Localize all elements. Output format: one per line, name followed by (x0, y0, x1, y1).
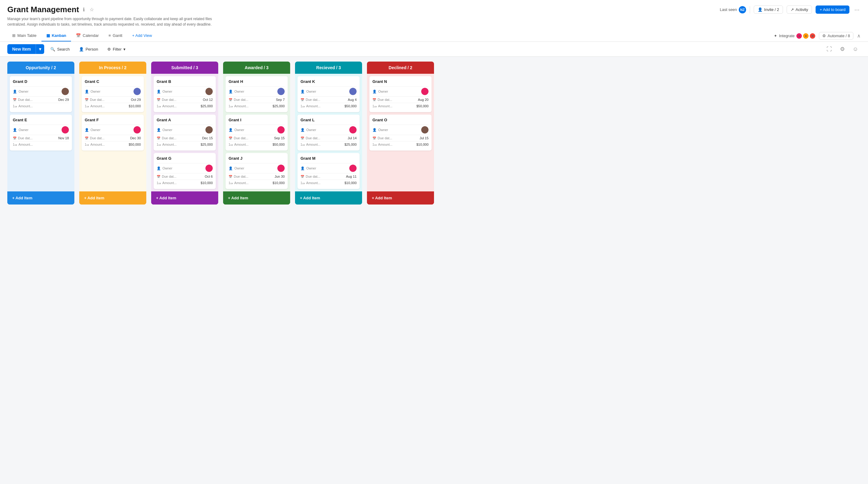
tab-gantt[interactable]: ≡ Gantt (104, 30, 127, 41)
avatar-face (349, 88, 356, 95)
integration-icon-1: ● (796, 33, 802, 39)
owner-avatar (277, 126, 285, 133)
due-label: 📅 Due dat... (228, 136, 248, 140)
due-label: 📅 Due dat... (228, 98, 248, 101)
avatar-face (62, 88, 69, 95)
card-owner-field: 👤 Owner (372, 125, 429, 135)
owner-label: 👤 Owner (301, 90, 316, 94)
card-due-field: 📅 Due dat... Sep 15 (228, 135, 285, 141)
tab-calendar[interactable]: 📅 Calendar (71, 30, 104, 41)
gantt-icon: ≡ (108, 33, 111, 38)
card-owner-field: 👤 Owner (157, 125, 213, 135)
owner-label: 👤 Owner (372, 128, 388, 132)
person-filter-button[interactable]: 👤 Person (76, 45, 101, 53)
add-item-button[interactable]: + Add Item (298, 194, 360, 202)
new-item-button[interactable]: New Item ▾ (7, 44, 44, 54)
calendar-icon: 📅 (301, 137, 304, 140)
card-due-field: 📅 Due dat... Aug 4 (301, 96, 356, 103)
amount-label: 1₂₃ Amount... (228, 181, 249, 185)
emoji-button[interactable]: ☺ (850, 45, 861, 54)
filter-button[interactable]: ⚙ Filter ▾ (104, 45, 129, 53)
add-item-button[interactable]: + Add Item (369, 194, 432, 202)
kanban-card[interactable]: Grant C 👤 Owner 📅 Due dat... Oct 29 1₂₃ … (82, 76, 144, 112)
owner-icon: 👤 (157, 90, 161, 94)
amount-value: $50,000 (344, 104, 356, 108)
card-owner-field: 👤 Owner (13, 125, 69, 135)
card-title: Grant K (301, 79, 356, 84)
kanban-card[interactable]: Grant M 👤 Owner 📅 Due dat... Aug 11 1₂₃ … (298, 153, 360, 189)
last-seen-label: Last seen (720, 7, 737, 12)
column-received: Recieved / 3Grant K 👤 Owner 📅 Due dat...… (295, 62, 362, 205)
new-item-dropdown-arrow[interactable]: ▾ (36, 44, 44, 54)
more-options-button[interactable]: ··· (853, 6, 861, 13)
card-title: Grant M (301, 156, 356, 161)
due-label: 📅 Due dat... (301, 175, 320, 178)
kanban-card[interactable]: Grant H 👤 Owner 📅 Due dat... Sep 7 1₂₃ A… (225, 76, 288, 112)
owner-label: 👤 Owner (157, 90, 172, 94)
due-label: 📅 Due dat... (157, 136, 177, 140)
kanban-card[interactable]: Grant N 👤 Owner 📅 Due dat... Aug 20 1₂₃ … (369, 76, 432, 112)
due-label: 📅 Due dat... (13, 98, 33, 101)
owner-icon: 👤 (13, 128, 17, 132)
card-amount-field: 1₂₃ Amount... $10,000 (228, 180, 285, 186)
kanban-card[interactable]: Grant O 👤 Owner 📅 Due dat... Jul 15 1₂₃ … (369, 115, 432, 151)
col-header-declined: Declined / 2 (367, 62, 434, 74)
kanban-card[interactable]: Grant L 👤 Owner 📅 Due dat... Jul 14 1₂₃ … (298, 115, 360, 151)
card-owner-field: 👤 Owner (301, 125, 356, 135)
col-body-inprocess: Grant C 👤 Owner 📅 Due dat... Oct 29 1₂₃ … (79, 74, 146, 191)
calendar-icon: 📅 (372, 98, 376, 101)
settings-button[interactable]: ⚙ (838, 44, 847, 54)
integrate-control[interactable]: ✦ Integrate ● ● M (774, 33, 815, 39)
card-amount-field: 1₂₃ Amount... $50,000 (301, 103, 356, 109)
add-item-button[interactable]: + Add Item (225, 194, 288, 202)
automate-control[interactable]: ⚙ Automate / 8 (819, 32, 854, 40)
col-footer-declined: + Add Item (367, 191, 434, 205)
add-view-button[interactable]: + Add View (127, 30, 157, 41)
amount-value: $50,000 (273, 143, 285, 146)
owner-icon: 👤 (372, 90, 377, 94)
kanban-card[interactable]: Grant K 👤 Owner 📅 Due dat... Aug 4 1₂₃ A… (298, 76, 360, 112)
last-seen: Last seen NZ (720, 6, 746, 13)
kanban-card[interactable]: Grant J 👤 Owner 📅 Due dat... Jun 30 1₂₃ … (225, 153, 288, 189)
number-icon: 1₂₃ (372, 143, 377, 146)
collapse-button[interactable]: ∧ (857, 33, 861, 39)
tab-kanban[interactable]: ▦ Kanban (41, 30, 71, 41)
fullscreen-button[interactable]: ⛶ (824, 45, 835, 54)
card-due-field: 📅 Due dat... Nov 18 (13, 135, 69, 141)
info-icon[interactable]: ℹ (82, 6, 86, 13)
kanban-card[interactable]: Grant F 👤 Owner 📅 Due dat... Dec 30 1₂₃ … (82, 115, 144, 151)
calendar-icon: 📅 (85, 137, 88, 140)
kanban-card[interactable]: Grant A 👤 Owner 📅 Due dat... Dec 15 1₂₃ … (154, 115, 216, 151)
tab-main-table[interactable]: ⊞ Main Table (7, 30, 41, 41)
star-icon[interactable]: ☆ (88, 6, 95, 13)
card-due-field: 📅 Due dat... Aug 11 (301, 173, 356, 180)
kanban-card[interactable]: Grant D 👤 Owner 📅 Due dat... Dec 29 1₂₃ … (10, 76, 72, 112)
card-title: Grant L (301, 118, 356, 122)
add-item-button[interactable]: + Add Item (154, 194, 216, 202)
card-amount-field: 1₂₃ Amount... $50,000 (228, 141, 285, 148)
card-due-field: 📅 Due dat... Oct 12 (157, 96, 213, 103)
add-to-board-button[interactable]: + Add to board (815, 5, 849, 14)
owner-avatar (206, 88, 213, 95)
calendar-icon: 📅 (85, 98, 88, 101)
app-container: Grant Management ℹ ☆ Last seen NZ 👤 Invi… (0, 0, 868, 209)
card-title: Grant B (157, 79, 213, 84)
search-button[interactable]: 🔍 Search (47, 45, 72, 53)
owner-label: 👤 Owner (228, 90, 244, 94)
owner-avatar (349, 88, 356, 95)
due-label: 📅 Due dat... (13, 136, 33, 140)
owner-label: 👤 Owner (13, 90, 28, 94)
add-item-button[interactable]: + Add Item (82, 194, 144, 202)
invite-button[interactable]: 👤 Invite / 2 (754, 5, 783, 14)
kanban-card[interactable]: Grant I 👤 Owner 📅 Due dat... Sep 15 1₂₃ … (225, 115, 288, 151)
amount-label: 1₂₃ Amount... (301, 104, 321, 108)
card-title: Grant A (157, 118, 213, 122)
kanban-card[interactable]: Grant G 👤 Owner 📅 Due dat... Oct 6 1₂₃ A… (154, 153, 216, 189)
activity-button[interactable]: ↗ Activity (786, 5, 812, 14)
owner-label: 👤 Owner (228, 128, 244, 132)
card-due-field: 📅 Due dat... Dec 29 (13, 96, 69, 103)
add-item-button[interactable]: + Add Item (10, 194, 72, 202)
kanban-card[interactable]: Grant B 👤 Owner 📅 Due dat... Oct 12 1₂₃ … (154, 76, 216, 112)
kanban-card[interactable]: Grant E 👤 Owner 📅 Due dat... Nov 18 1₂₃ … (10, 115, 72, 151)
page-title: Grant Management (7, 5, 79, 14)
